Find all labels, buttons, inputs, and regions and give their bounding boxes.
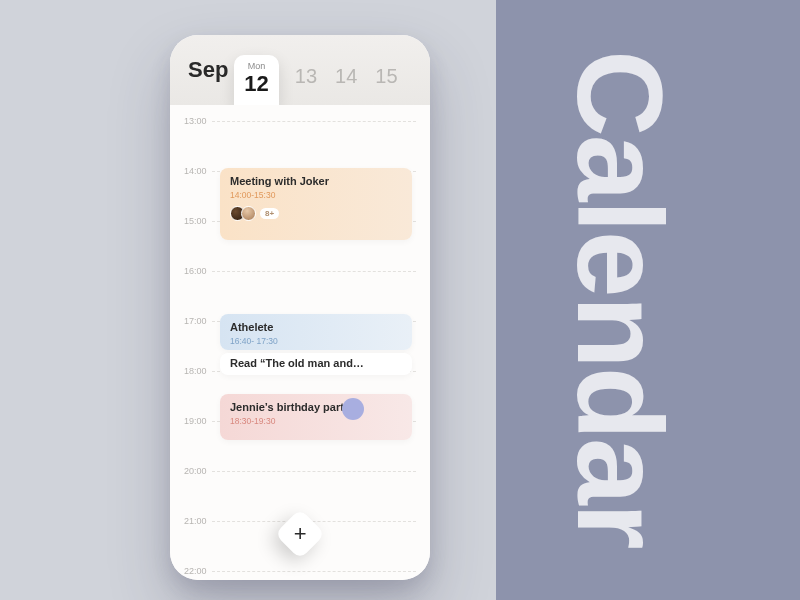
hour-label: 15:00: [184, 216, 212, 226]
day-15[interactable]: 15: [375, 65, 397, 88]
hour-label: 20:00: [184, 466, 212, 476]
plus-icon: +: [294, 523, 307, 545]
event-time: 18:30-19:30: [230, 416, 402, 426]
add-event-button[interactable]: +: [275, 509, 326, 560]
hour-label: 22:00: [184, 566, 212, 576]
phone-frame: Sep Mon 12 13 14 15 13:00 14:00 15:00 16…: [170, 35, 430, 580]
calendar-header: Sep Mon 12 13 14 15: [170, 35, 430, 105]
event-read[interactable]: Read “The old man and…: [220, 353, 412, 375]
event-avatars: 8+: [230, 206, 402, 221]
hour-line: [212, 471, 416, 472]
day-13[interactable]: 13: [295, 65, 317, 88]
event-title: Meeting with Joker: [230, 175, 402, 187]
hour-line: [212, 121, 416, 122]
event-athlete[interactable]: Athelete 16:40- 17:30: [220, 314, 412, 350]
event-birthday[interactable]: Jennie’s birthday party 18:30-19:30: [220, 394, 412, 440]
avatar-more-badge: 8+: [260, 208, 279, 219]
selected-day-chip[interactable]: Mon 12: [234, 55, 278, 105]
page-title-decor: Calendar: [560, 50, 680, 548]
event-title: Athelete: [230, 321, 402, 333]
avatar-icon: [241, 206, 256, 221]
indicator-dot: [342, 398, 364, 420]
hour-label: 18:00: [184, 366, 212, 376]
month-label: Sep: [188, 57, 228, 83]
event-title: Jennie’s birthday party: [230, 401, 402, 413]
timeline[interactable]: 13:00 14:00 15:00 16:00 17:00 18:00 19:0…: [170, 105, 430, 580]
event-time: 14:00-15:30: [230, 190, 402, 200]
hour-line: [212, 571, 416, 572]
day-14[interactable]: 14: [335, 65, 357, 88]
hour-label: 16:00: [184, 266, 212, 276]
other-days: 13 14 15: [295, 65, 398, 88]
hour-label: 14:00: [184, 166, 212, 176]
hour-label: 17:00: [184, 316, 212, 326]
hour-line: [212, 271, 416, 272]
selected-day-weekday: Mon: [248, 61, 266, 71]
selected-day-number: 12: [244, 73, 268, 95]
event-meeting[interactable]: Meeting with Joker 14:00-15:30 8+: [220, 168, 412, 240]
hour-label: 21:00: [184, 516, 212, 526]
event-time: 16:40- 17:30: [230, 336, 402, 346]
hour-label: 19:00: [184, 416, 212, 426]
event-title: Read “The old man and…: [230, 357, 402, 369]
hour-label: 13:00: [184, 116, 212, 126]
